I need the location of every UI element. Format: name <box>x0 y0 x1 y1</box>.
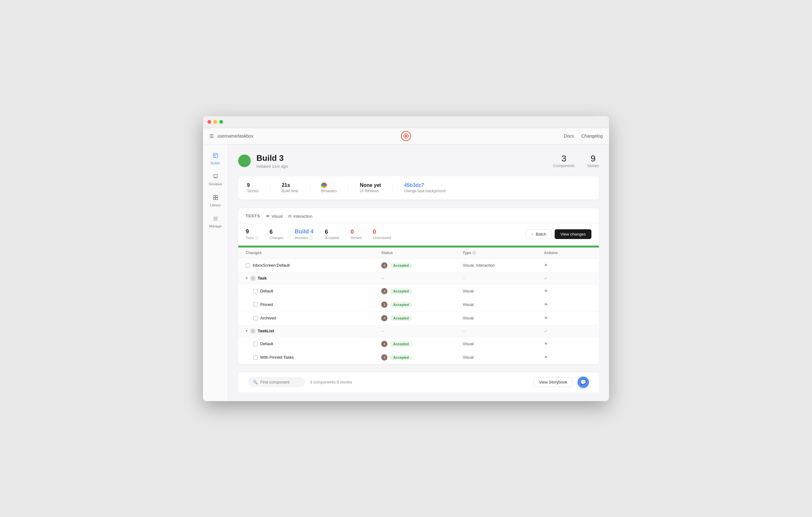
change-name: Default <box>246 341 381 346</box>
filter-interaction[interactable]: ⟳ Interaction <box>288 214 312 219</box>
sidebar-item-manage[interactable]: Manage <box>205 213 226 231</box>
chevron-icon[interactable]: ▾ <box>246 329 248 333</box>
search-input[interactable] <box>260 380 300 385</box>
view-storybook-button[interactable]: View Storybook <box>533 377 573 387</box>
tests-count: 9 <box>246 229 258 235</box>
status-cell: J Accepted <box>381 354 463 361</box>
ancestor-info-icon[interactable]: ⓘ <box>309 236 313 240</box>
info-branch: 45b3dc7 change-task-background <box>404 182 445 193</box>
components-info: 3 components 9 stories <box>310 380 352 385</box>
type-dash: -- <box>463 276 544 280</box>
tests-section: TESTS 👁 Visual ⟳ Interaction 9 <box>238 208 599 364</box>
branch-label: change-task-background <box>404 189 445 193</box>
stories-label: Stories <box>587 164 599 168</box>
tests-info-icon[interactable]: ⓘ <box>255 236 258 240</box>
build-time-label: Build time <box>282 189 298 193</box>
reviews-label: Reviews <box>209 182 222 186</box>
stat-unreviewed: 0 Unreviewed <box>373 229 391 240</box>
stat-accepted: 6 Accepted <box>325 229 339 240</box>
tests-header: TESTS 👁 Visual ⟳ Interaction <box>238 208 599 223</box>
svg-rect-2 <box>213 153 218 158</box>
batch-button[interactable]: ✓ Batch <box>526 229 551 239</box>
unreviewed-count: 0 <box>373 229 391 235</box>
traffic-lights <box>207 120 223 124</box>
svg-rect-4 <box>215 195 218 197</box>
table-header: Changes Status Type ⓘ Actions <box>238 247 599 259</box>
unreviewed-label: Unreviewed <box>373 236 391 240</box>
chat-button[interactable]: 💬 <box>578 376 589 388</box>
story-icon <box>253 289 258 293</box>
status-dash: -- <box>381 276 463 280</box>
build-time-value: 21s <box>282 182 298 188</box>
avatar: J <box>381 262 387 269</box>
col-type: Type ⓘ <box>463 251 544 255</box>
tests-actions: ✓ Batch View changes <box>526 229 591 239</box>
avatar: J <box>381 288 387 294</box>
batch-check-icon: ✓ <box>531 232 534 236</box>
manage-icon <box>213 216 219 223</box>
accepted-label: Accepted <box>325 236 339 240</box>
action-flag[interactable]: ⚑ <box>544 288 591 294</box>
changelog-link[interactable]: Changelog <box>581 133 603 139</box>
tests-title: TESTS <box>246 214 260 218</box>
ui-reviews-value: None yet <box>360 182 381 188</box>
accepted-badge: Accepted <box>390 263 412 268</box>
type-text: Visual <box>463 355 544 360</box>
story-icon <box>246 263 250 268</box>
bottom-bar: 🔍 3 components 9 stories View Storybook … <box>238 372 599 392</box>
action-flag[interactable]: ⚑ <box>544 263 591 268</box>
maximize-button[interactable] <box>219 120 223 124</box>
action-flag[interactable]: ⚑ <box>544 302 591 307</box>
group-name: ▾ Task <box>246 276 381 280</box>
sidebar-item-builds[interactable]: Builds <box>205 150 226 168</box>
stories-info-label: Stories <box>247 189 259 193</box>
filter-visual-label: Visual <box>271 214 283 219</box>
action-flag[interactable]: ⚑ <box>544 341 591 346</box>
accepted-badge: Accepted <box>390 302 412 307</box>
close-button[interactable] <box>207 120 211 124</box>
type-text: Visual <box>463 302 544 307</box>
story-icon <box>253 355 258 360</box>
accepted-badge: Accepted <box>390 288 412 294</box>
stories-value: 9 <box>247 182 259 188</box>
search-icon: 🔍 <box>253 380 258 385</box>
status-cell: J Accepted <box>381 288 463 294</box>
chevron-icon[interactable]: ▾ <box>246 276 248 280</box>
ancestor-link[interactable]: Build 4 <box>295 229 314 235</box>
type-info-icon[interactable]: ⓘ <box>472 251 476 255</box>
build-status-dot <box>238 155 251 167</box>
denied-label: Denied <box>351 236 362 240</box>
menu-icon[interactable]: ☰ <box>209 133 214 139</box>
accepted-badge: Accepted <box>390 315 412 321</box>
table-row: Pinned J Accepted Visual ⚑ <box>238 298 599 312</box>
minimize-button[interactable] <box>213 120 217 124</box>
titlebar <box>203 116 609 128</box>
action-flag[interactable]: ⚑ <box>544 355 591 360</box>
library-label: Library <box>210 203 221 207</box>
denied-count: 0 <box>351 229 362 235</box>
table-row: Archived J Accepted Visual ⚑ <box>238 312 599 325</box>
col-changes: Changes <box>246 251 381 255</box>
builds-label: Builds <box>211 161 220 165</box>
view-changes-button[interactable]: View changes <box>555 229 591 239</box>
docs-link[interactable]: Docs <box>564 133 574 139</box>
nav-right: Docs Changelog <box>472 133 603 139</box>
action-flag[interactable]: ⚑ <box>544 316 591 321</box>
build-stats: 3 Components 9 Stories <box>553 154 599 168</box>
stories-count: 9 <box>587 154 599 164</box>
action-check[interactable]: ✓ <box>544 276 591 281</box>
sidebar-item-library[interactable]: Library <box>205 191 226 210</box>
filter-visual[interactable]: 👁 Visual <box>266 214 283 219</box>
info-build-time: 21s Build time <box>282 182 310 193</box>
action-check[interactable]: ✓ <box>544 329 591 334</box>
avatar: J <box>381 354 387 361</box>
chrome-icon <box>321 182 327 188</box>
nav-left: ☰ username/taskbox <box>209 133 340 139</box>
breadcrumb: username/taskbox <box>218 133 253 139</box>
sidebar-item-reviews[interactable]: Reviews <box>205 171 226 189</box>
type-text: Visual <box>463 341 544 346</box>
branch-link[interactable]: 45b3dc7 <box>404 182 424 188</box>
build-subtitle: Initiated 11m ago <box>256 164 288 169</box>
info-card: 9 Stories 21s Build time Browsers None y… <box>238 176 599 200</box>
svg-rect-5 <box>213 197 215 200</box>
